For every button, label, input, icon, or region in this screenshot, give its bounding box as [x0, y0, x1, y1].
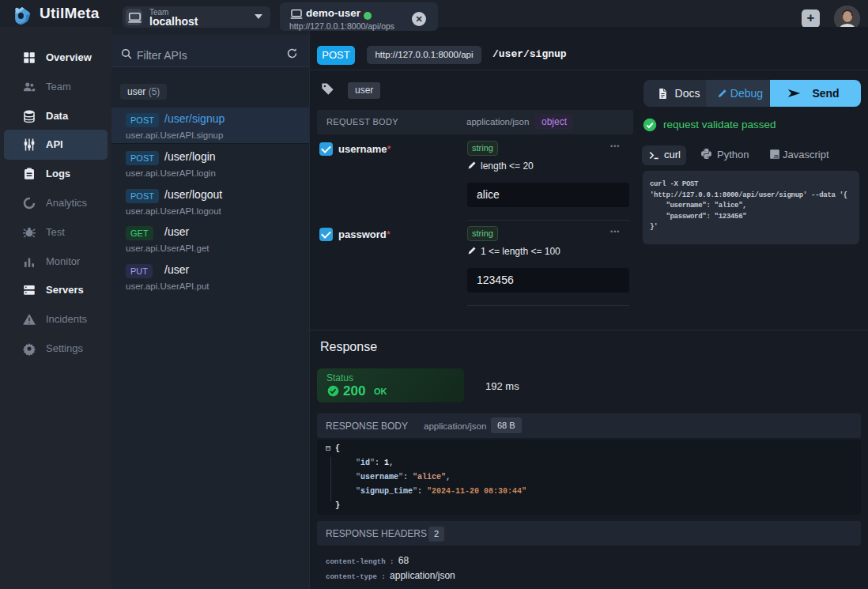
svg-text:JS: JS [773, 154, 779, 159]
